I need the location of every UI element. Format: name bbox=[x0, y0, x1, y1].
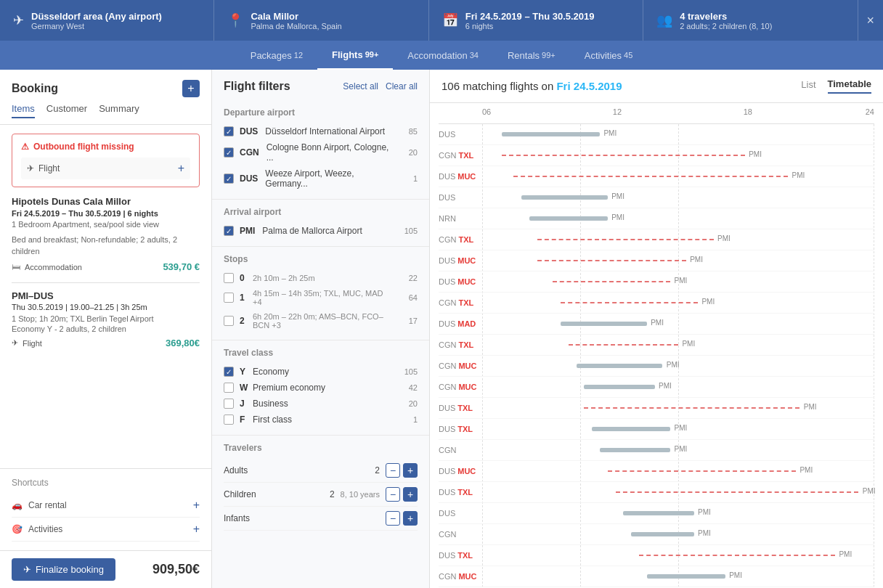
flight-stop-code: TXL bbox=[457, 551, 473, 560]
tab-activities[interactable]: Activities 45 bbox=[570, 41, 648, 70]
flight-dest: PMI bbox=[611, 213, 624, 221]
flight-bar bbox=[502, 155, 745, 156]
adults-increment[interactable]: + bbox=[403, 463, 418, 478]
flight-row-item[interactable]: DUSPMI bbox=[439, 503, 874, 524]
filter-stop-2: 2 6h 20m – 22h 0m; AMS–BCN, FCO–BCN +3 1… bbox=[224, 309, 418, 332]
checkbox-pmi[interactable] bbox=[224, 226, 234, 236]
left-content: ⚠ Outbound flight missing ✈ Flight + Hip… bbox=[0, 125, 211, 468]
flight-bar bbox=[529, 216, 608, 221]
flight-row-item[interactable]: DUSMUCPMI bbox=[439, 166, 874, 187]
flight-row-item[interactable]: CGNPMI bbox=[439, 440, 874, 461]
flight-row-item[interactable]: CGNMUCPMI bbox=[439, 566, 874, 587]
close-button[interactable]: × bbox=[867, 13, 875, 28]
flight-stop-code: MUC bbox=[457, 256, 476, 265]
finalize-label: Finalize booking bbox=[36, 564, 104, 575]
flight-row-item[interactable]: CGNMUCPMI bbox=[439, 377, 874, 398]
checkbox-dus1[interactable] bbox=[224, 126, 234, 136]
filter-departure-dus1: DUS Düsseldorf International Airport 85 bbox=[224, 123, 418, 139]
left-panel: Booking + Items Customer Summary ⚠ Outbo… bbox=[0, 70, 212, 588]
flight-icon: ✈ bbox=[12, 338, 18, 348]
flight-section: PMI–DUS Thu 30.5.2019 | 19.00–21.25 | 3h… bbox=[12, 290, 200, 348]
booking-add-button[interactable]: + bbox=[182, 80, 200, 97]
children-value: 2 bbox=[330, 489, 335, 499]
destination-name: Cala Millor bbox=[251, 11, 341, 22]
alert-header: ⚠ Outbound flight missing bbox=[21, 142, 190, 152]
checkbox-class-w[interactable] bbox=[224, 383, 234, 393]
flight-bar-area: PMI bbox=[482, 211, 874, 226]
shortcut-car-rental[interactable]: 🚗 Car rental + bbox=[12, 494, 200, 518]
flight-row-item[interactable]: CGNTXLPMI bbox=[439, 145, 874, 166]
checkbox-class-f[interactable] bbox=[224, 415, 234, 425]
checkbox-class-j[interactable] bbox=[224, 399, 234, 409]
hotel-section: Hipotels Dunas Cala Millor Fri 24.5.2019… bbox=[12, 196, 200, 272]
travelers-title: Travelers bbox=[224, 443, 418, 453]
accommodation-icon: 🛏 bbox=[12, 262, 20, 272]
flight-price-row: ✈ Flight 369,80€ bbox=[12, 338, 200, 348]
flight-bar bbox=[592, 427, 670, 431]
flight-stop-code: TXL bbox=[458, 235, 473, 244]
adults-decrement[interactable]: − bbox=[386, 463, 400, 478]
flight-bar bbox=[623, 511, 693, 515]
flight-bar bbox=[639, 555, 835, 556]
flight-row-item[interactable]: CGNTXLPMI bbox=[439, 335, 874, 356]
infants-decrement[interactable]: − bbox=[386, 511, 400, 526]
checkbox-cgn[interactable] bbox=[224, 147, 234, 158]
flight-bar-area: PMI bbox=[482, 148, 874, 163]
checkbox-stop1[interactable] bbox=[224, 293, 234, 303]
checkbox-stop0[interactable] bbox=[224, 273, 234, 283]
booking-tab-summary[interactable]: Summary bbox=[99, 103, 139, 118]
flight-stop-code: MUC bbox=[457, 467, 476, 475]
booking-tab-customer[interactable]: Customer bbox=[46, 103, 87, 118]
flight-row-item[interactable]: CGNTXLPMI bbox=[439, 293, 874, 314]
stop-num-1: 1 bbox=[240, 293, 247, 303]
flight-row-item[interactable]: DUSTXLPMI bbox=[439, 398, 874, 419]
filter-stop-1: 1 4h 15m – 14h 35m; TXL, MUC, MAD +4 64 bbox=[224, 286, 418, 309]
flight-row-item[interactable]: DUSTXLPMI bbox=[439, 419, 874, 440]
close-segment[interactable]: × bbox=[858, 0, 884, 41]
flight-row-item[interactable]: DUSPMI bbox=[439, 187, 874, 208]
flight-row-item[interactable]: DUSTXLPMI bbox=[439, 545, 874, 566]
shortcuts-section: Shortcuts 🚗 Car rental + 🎯 Activities + bbox=[0, 468, 211, 550]
tab-accomodation[interactable]: Accomodation 34 bbox=[393, 41, 493, 70]
filter-stop-0: 0 2h 10m – 2h 25m 22 bbox=[224, 270, 418, 286]
clear-all-button[interactable]: Clear all bbox=[386, 81, 418, 91]
flight-row-item[interactable]: DUSMUCPMI bbox=[439, 250, 874, 271]
hotel-name: Hipotels Dunas Cala Millor bbox=[12, 196, 200, 207]
main-layout: Booking + Items Customer Summary ⚠ Outbo… bbox=[0, 70, 883, 588]
flight-row-item[interactable]: DUSMADPMI bbox=[439, 314, 874, 335]
booking-tab-items[interactable]: Items bbox=[12, 103, 35, 118]
alert-flight-add-button[interactable]: + bbox=[178, 162, 184, 175]
origin-segment: ✈ Düsseldorf area (Any airport) Germany … bbox=[0, 0, 214, 41]
flight-row-item[interactable]: NRNPMI bbox=[439, 208, 874, 229]
shortcut-activities[interactable]: 🎯 Activities + bbox=[12, 518, 200, 542]
checkbox-stop2[interactable] bbox=[224, 316, 234, 326]
children-decrement[interactable]: − bbox=[386, 487, 400, 502]
flight-row-item[interactable]: DUSTXLPMI bbox=[439, 482, 874, 503]
flight-bar-area: PMI bbox=[482, 253, 874, 268]
tab-flights[interactable]: Flights 99+ bbox=[317, 41, 393, 70]
shortcut-activities-add[interactable]: + bbox=[193, 523, 200, 536]
view-tab-list[interactable]: List bbox=[801, 78, 815, 94]
tab-packages[interactable]: Packages 12 bbox=[236, 41, 317, 70]
divider bbox=[12, 282, 200, 283]
flight-bar bbox=[553, 281, 670, 282]
flight-row-item[interactable]: CGNPMI bbox=[439, 524, 874, 545]
children-increment[interactable]: + bbox=[403, 487, 418, 502]
right-panel: 106 matching flights on Fri 24.5.2019 Li… bbox=[430, 70, 883, 588]
origin-name: Düsseldorf area (Any airport) bbox=[31, 11, 162, 22]
select-all-button[interactable]: Select all bbox=[343, 81, 378, 91]
infants-increment[interactable]: + bbox=[403, 511, 418, 526]
view-tab-timetable[interactable]: Timetable bbox=[828, 78, 871, 94]
flight-stop-code: TXL bbox=[458, 298, 473, 307]
checkbox-dus2[interactable] bbox=[224, 173, 234, 184]
flight-row-item[interactable]: DUSPMI bbox=[439, 124, 874, 145]
shortcut-car-add[interactable]: + bbox=[193, 499, 200, 512]
flight-row-item[interactable]: DUSMUCPMI bbox=[439, 271, 874, 293]
tab-rentals[interactable]: Rentals 99+ bbox=[493, 41, 570, 70]
flight-row-item[interactable]: DUSMUCPMI bbox=[439, 461, 874, 482]
flight-row-item[interactable]: CGNMUCPMI bbox=[439, 356, 874, 377]
flight-dest: PMI bbox=[675, 445, 688, 453]
flight-row-item[interactable]: CGNTXLPMI bbox=[439, 229, 874, 250]
finalize-booking-button[interactable]: ✈ Finalize booking bbox=[12, 558, 115, 581]
checkbox-class-y[interactable] bbox=[224, 367, 234, 377]
